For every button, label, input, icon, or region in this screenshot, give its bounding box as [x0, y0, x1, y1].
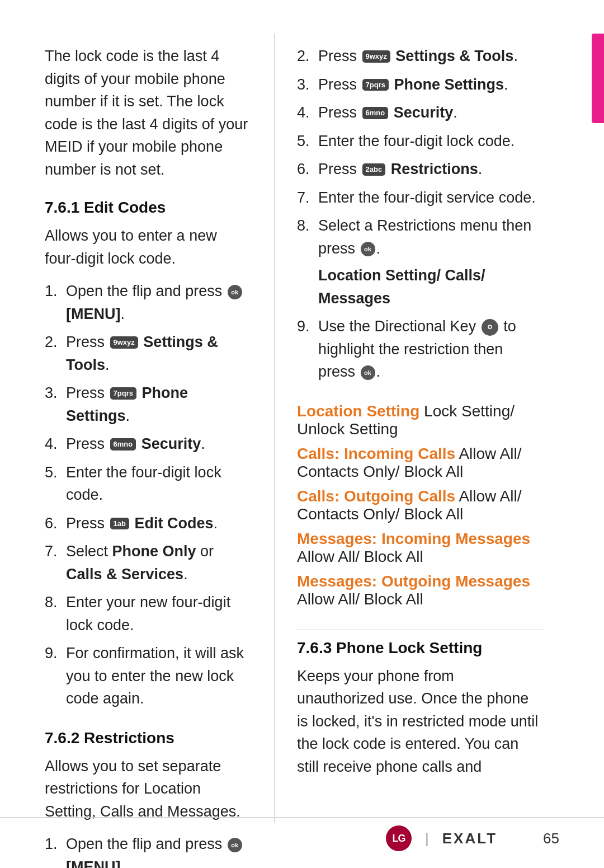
restriction-calls-incoming: Calls: Incoming Calls Allow All/ Contact…	[297, 445, 543, 481]
list-item: 4. Press 6mno Security.	[297, 101, 543, 124]
step-label2: Calls & Services	[66, 566, 183, 583]
section-762-desc: Allows you to set separate restrictions …	[45, 755, 252, 823]
step-number: 5.	[45, 461, 66, 484]
step-number: 7.	[45, 540, 66, 563]
step-label: [MENU]	[66, 858, 120, 869]
list-item: 3. Press 7pqrs Phone Settings.	[45, 382, 252, 427]
step-number: 6.	[45, 512, 66, 535]
step-label: Edit Codes	[134, 515, 213, 532]
restriction-messages-outgoing: Messages: Outgoing Messages Allow All/ B…	[297, 573, 543, 608]
lg-brand-text: LG	[393, 833, 405, 844]
step-content: Press 9wxyz Settings & Tools.	[66, 331, 252, 376]
step-content: Enter the four-digit lock code.	[318, 130, 543, 153]
footer-logo: LG | EXALT 65	[386, 825, 559, 851]
lg-circle: LG	[386, 825, 412, 851]
right-column: 2. Press 9wxyz Settings & Tools. 3. Pres…	[275, 34, 577, 823]
list-item: 8. Select a Restrictions menu then press…	[297, 214, 543, 309]
list-item: 4. Press 6mno Security.	[45, 433, 252, 456]
list-item: 9. Use the Directional Key ⭘ to highligh…	[297, 315, 543, 383]
step-content: Enter the four-digit lock code.	[66, 461, 252, 506]
step-content: Press 7pqrs Phone Settings.	[318, 73, 543, 96]
list-item: 6. Press 1ab Edit Codes.	[45, 512, 252, 535]
section-761-steps: 1. Open the flip and press ok [MENU]. 2.…	[45, 280, 252, 716]
subheading-location: Location Setting/ Calls/ Messages	[318, 267, 485, 307]
step-number: 3.	[45, 382, 66, 405]
step-number: 7.	[297, 186, 318, 209]
step-number: 6.	[297, 158, 318, 181]
step-number: 2.	[45, 331, 66, 354]
restriction-desc: Allow All/ Block All	[297, 548, 423, 565]
list-item: 9. For confirmation, it will ask you to …	[45, 642, 252, 710]
restriction-label: Messages: Incoming Messages	[297, 530, 530, 547]
restriction-label: Calls: Incoming Calls	[297, 445, 455, 462]
step-number: 9.	[45, 642, 66, 665]
lg-logo: LG	[386, 825, 412, 851]
step-label: Phone Only	[112, 543, 196, 560]
section-761-title: 7.6.1 Edit Codes	[45, 199, 252, 217]
step-label: Restrictions	[391, 161, 478, 177]
key-6-badge: 6mno	[110, 438, 136, 451]
page-tab	[592, 34, 604, 123]
step-label: [MENU]	[66, 306, 120, 322]
step-content: Press 9wxyz Settings & Tools.	[318, 45, 543, 68]
step-number: 1.	[45, 280, 66, 303]
restriction-desc: Allow All/ Block All	[297, 590, 423, 608]
separator: |	[425, 830, 429, 847]
step-number: 4.	[297, 101, 318, 124]
directional-key-icon: ⭘	[482, 319, 498, 336]
restriction-label: Calls: Outgoing Calls	[297, 487, 455, 505]
list-item: 7. Select Phone Only or Calls & Services…	[45, 540, 252, 585]
step-label: Settings & Tools	[395, 48, 513, 64]
restriction-calls-outgoing: Calls: Outgoing Calls Allow All/ Contact…	[297, 487, 543, 523]
key-9-badge: 9wxyz	[110, 336, 138, 349]
key-1-badge: 1ab	[110, 518, 129, 530]
step-content: Press 6mno Security.	[318, 101, 543, 124]
section-divider	[297, 630, 543, 630]
step-label: Settings & Tools	[66, 334, 218, 373]
list-item: 7. Enter the four-digit service code.	[297, 186, 543, 209]
step-number: 8.	[45, 591, 66, 614]
step-content: For confirmation, it will ask you to ent…	[66, 642, 252, 710]
key-7-badge: 7pqrs	[362, 79, 389, 91]
list-item: 3. Press 7pqrs Phone Settings.	[297, 73, 543, 96]
key-6-badge: 6mno	[362, 107, 389, 119]
step-content: Use the Directional Key ⭘ to highlight t…	[318, 315, 543, 383]
step-content: Open the flip and press ok [MENU].	[66, 280, 252, 325]
key-9-badge: 9wxyz	[362, 50, 390, 63]
list-item: 1. Open the flip and press ok [MENU].	[45, 280, 252, 325]
step-content: Press 6mno Security.	[66, 433, 252, 456]
step-number: 2.	[297, 45, 318, 68]
ok-key-icon: ok	[361, 242, 375, 256]
key-2-badge: 2abc	[362, 163, 386, 176]
section-761-desc: Allows you to enter a new four-digit loc…	[45, 224, 252, 270]
step-content: Enter your new four-digit lock code.	[66, 591, 252, 636]
restriction-location: Location Setting Lock Setting/ Unlock Se…	[297, 402, 543, 438]
step-content: Select Phone Only or Calls & Services.	[66, 540, 252, 585]
list-item: 2. Press 9wxyz Settings & Tools.	[297, 45, 543, 68]
section-762-title: 7.6.2 Restrictions	[45, 729, 252, 747]
list-item: 5. Enter the four-digit lock code.	[45, 461, 252, 506]
step-content: Select a Restrictions menu then press ok…	[318, 214, 543, 309]
restriction-items: Location Setting Lock Setting/ Unlock Se…	[297, 402, 543, 618]
product-name: EXALT	[442, 830, 497, 847]
restriction-messages-incoming: Messages: Incoming Messages Allow All/ B…	[297, 530, 543, 566]
step-label: Security	[394, 104, 454, 121]
key-7-badge: 7pqrs	[110, 387, 136, 400]
restriction-label: Messages: Outgoing Messages	[297, 573, 530, 590]
step-number: 4.	[45, 433, 66, 456]
page-number: 65	[543, 830, 559, 847]
step-content: Press 2abc Restrictions.	[318, 158, 543, 181]
section-763-desc: Keeps your phone from unauthorized use. …	[297, 665, 543, 778]
step-content: Enter the four-digit service code.	[318, 186, 543, 209]
left-column: The lock code is the last 4 digits of yo…	[0, 34, 274, 823]
list-item: 6. Press 2abc Restrictions.	[297, 158, 543, 181]
step-label: Phone Settings	[394, 76, 504, 93]
step-content: Press 1ab Edit Codes.	[66, 512, 252, 535]
step-number: 3.	[297, 73, 318, 96]
footer: LG | EXALT 65	[0, 817, 604, 851]
ok-key-icon: ok	[361, 365, 375, 380]
restriction-label: Location Setting	[297, 402, 419, 420]
list-item: 2. Press 9wxyz Settings & Tools.	[45, 331, 252, 376]
right-steps: 2. Press 9wxyz Settings & Tools. 3. Pres…	[297, 45, 543, 389]
step-number: 9.	[297, 315, 318, 338]
